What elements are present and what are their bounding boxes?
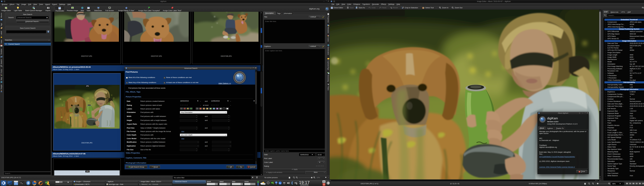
- svg-text:hp: hp: [279, 182, 281, 184]
